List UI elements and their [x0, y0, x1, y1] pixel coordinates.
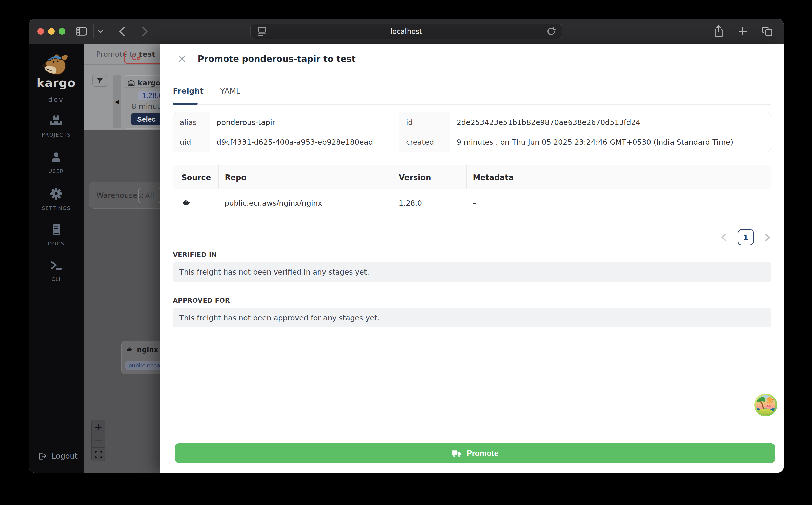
- drawer-footer: Promote: [160, 429, 784, 473]
- zoom-out-button[interactable]: −: [91, 434, 105, 448]
- repo-cell: public.ecr.aws/nginx/nginx: [219, 189, 392, 217]
- reload-icon[interactable]: [546, 26, 556, 37]
- sidebar-toggle-icon[interactable]: [75, 26, 87, 36]
- column-header: Source: [173, 165, 219, 189]
- nginx-node-card[interactable]: nginx public.ecr.aws/nginx: [121, 341, 160, 374]
- truck-icon: [452, 449, 462, 458]
- meta-key: uid: [173, 132, 210, 152]
- gear-icon: [50, 188, 62, 200]
- drawer-header: Promote ponderous-tapir to test: [160, 44, 784, 73]
- next-page-icon[interactable]: [764, 233, 771, 241]
- page-number[interactable]: 1: [738, 229, 754, 245]
- chevron-down-icon[interactable]: [97, 29, 104, 34]
- warehouse-card-title: kargo-de: [138, 79, 160, 87]
- meta-value-uid: d9cf4331-d625-400a-a953-eb928e180ead: [210, 132, 399, 152]
- sidebar-item-label: SETTINGS: [42, 205, 71, 211]
- drawer-title: Promote ponderous-tapir to test: [198, 54, 356, 64]
- sidebar-item-settings[interactable]: SETTINGS: [29, 188, 83, 211]
- logout-button[interactable]: Logout: [38, 452, 78, 461]
- zoom-in-button[interactable]: +: [91, 420, 105, 434]
- forward-button[interactable]: [141, 26, 149, 37]
- docker-icon: [183, 200, 191, 206]
- freight-id-link[interactable]: 2de253423e51b1b82e9870ae638e2670d513fd24: [450, 113, 771, 132]
- dimmed-project-view: Promote to test Ca ◀ kargo-de: [83, 44, 160, 473]
- reader-icon[interactable]: [257, 26, 267, 37]
- meta-key: id: [399, 113, 450, 132]
- nginx-repo-chip[interactable]: public.ecr.aws/nginx: [125, 361, 160, 370]
- metadata-cell: –: [467, 189, 771, 217]
- browser-toolbar: localhost: [29, 19, 784, 44]
- new-tab-icon[interactable]: [737, 26, 748, 37]
- boxes-icon: [50, 115, 62, 126]
- tab-yaml[interactable]: YAML: [220, 87, 240, 96]
- promote-button-label: Promote: [467, 449, 499, 458]
- column-header: Version: [392, 165, 467, 189]
- version-cell: 1.28.0: [392, 189, 467, 217]
- promote-freight-drawer: Promote ponderous-tapir to test Freight …: [160, 44, 784, 473]
- promote-button[interactable]: Promote: [175, 443, 775, 464]
- graph-zoom-controls: + −: [91, 420, 105, 461]
- table-row[interactable]: public.ecr.aws/nginx/nginx 1.28.0 –: [173, 189, 771, 217]
- sidebar-item-cli[interactable]: CLI: [29, 261, 83, 282]
- collapse-panel-handle[interactable]: ◀: [113, 75, 121, 128]
- island-badge: [754, 393, 778, 417]
- tab-overview-icon[interactable]: [761, 26, 774, 37]
- minimize-window-button[interactable]: [48, 28, 55, 35]
- sidebar-item-projects[interactable]: PROJECTS: [29, 115, 83, 138]
- book-icon: [51, 224, 62, 235]
- pagination: 1: [173, 229, 771, 245]
- freight-version-chip[interactable]: 1.28.0: [138, 91, 160, 100]
- column-header: Repo: [219, 165, 392, 189]
- nginx-card-title: nginx: [137, 346, 158, 354]
- sidebar-item-label: PROJECTS: [41, 132, 71, 138]
- warehouse-card[interactable]: kargo-de 1.28.0 8 minut Selec: [123, 75, 160, 129]
- docker-icon: [126, 347, 133, 352]
- meta-key: alias: [173, 113, 210, 132]
- filter-icon: [96, 78, 103, 84]
- share-icon[interactable]: [713, 25, 724, 38]
- environment-label: dev: [29, 96, 83, 103]
- close-icon[interactable]: [178, 55, 186, 63]
- source-cell: [173, 189, 219, 217]
- url-text: localhost: [390, 27, 422, 36]
- zoom-window-button[interactable]: [59, 28, 65, 35]
- sidebar-item-label: CLI: [51, 276, 61, 282]
- filter-button[interactable]: [92, 75, 107, 87]
- meta-value-created: 9 minutes , on Thu Jun 05 2025 23:24:46 …: [450, 132, 771, 152]
- artifacts-table-header: Source Repo Version Metadata: [173, 165, 771, 189]
- artifacts-table: Source Repo Version Metadata public.ecr.…: [173, 165, 771, 217]
- warehouses-all-chip[interactable]: All: [138, 188, 160, 203]
- collapse-arrow-icon: ◀: [115, 99, 119, 105]
- tab-bar: Freight YAML: [173, 87, 771, 105]
- prev-page-icon[interactable]: [720, 233, 727, 241]
- warehouses-label: Warehouses:: [96, 191, 144, 200]
- verified-in-empty-state: This freight has not been verified in an…: [173, 263, 771, 282]
- kargo-logo: [39, 53, 73, 76]
- column-header: Metadata: [467, 165, 771, 189]
- sidebar-item-label: USER: [48, 168, 64, 174]
- promote-mode-bar: Promote to test Ca: [83, 44, 160, 65]
- freight-timeline: ◀ kargo-de 1.28.0 8 minut Selec: [83, 65, 160, 131]
- close-window-button[interactable]: [37, 28, 44, 35]
- tab-freight[interactable]: Freight: [173, 87, 204, 96]
- user-icon: [51, 151, 62, 163]
- traffic-lights: [37, 28, 65, 35]
- cancel-button[interactable]: Ca: [124, 51, 160, 64]
- address-bar[interactable]: localhost: [250, 24, 562, 39]
- drawer-body: Freight YAML alias ponderous-tapir id 2d…: [160, 73, 784, 429]
- select-freight-button[interactable]: Selec: [131, 113, 160, 125]
- sidebar-item-docs[interactable]: DOCS: [29, 224, 83, 247]
- back-button[interactable]: [118, 26, 126, 37]
- sidebar-item-user[interactable]: USER: [29, 151, 83, 174]
- toolbar-divider: [93, 24, 94, 38]
- kargo-sidebar: kargo dev PROJECTS USER SETTINGS: [29, 44, 83, 473]
- approved-for-empty-state: This freight has not been approved for a…: [173, 308, 771, 327]
- terminal-icon: [50, 261, 62, 271]
- verified-in-label: VERIFIED IN: [173, 251, 771, 258]
- freight-meta-table: alias ponderous-tapir id 2de253423e51b1b…: [173, 112, 771, 152]
- browser-window: localhost: [29, 19, 784, 473]
- logout-label: Logout: [52, 452, 78, 461]
- approved-for-label: APPROVED FOR: [173, 297, 771, 304]
- fit-view-button[interactable]: [91, 448, 105, 461]
- warehouses-filter-panel: Warehouses: All: [89, 182, 160, 209]
